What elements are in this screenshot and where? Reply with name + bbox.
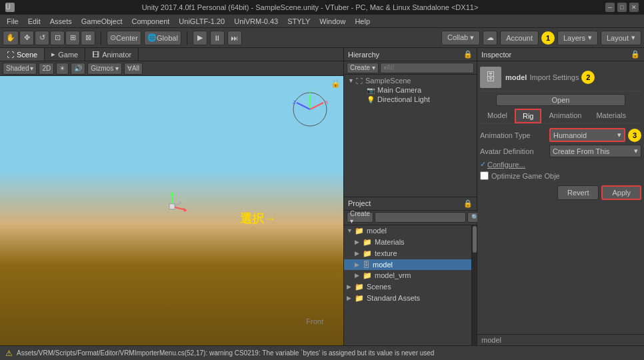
tab-model[interactable]: Model: [480, 109, 515, 123]
center-icon: ⊙: [110, 33, 116, 42]
project-create-btn[interactable]: Create ▾: [347, 212, 373, 223]
annotation-1: 1: [541, 31, 555, 45]
all-btn[interactable]: ∀All: [124, 63, 143, 75]
menu-window[interactable]: Window: [315, 16, 349, 27]
project-search-input[interactable]: [375, 212, 466, 223]
tab-animator[interactable]: 🎞 Animator: [85, 48, 139, 61]
tab-animation[interactable]: Animation: [541, 109, 589, 123]
optimize-checkbox[interactable]: [480, 171, 489, 180]
shaded-arrow: ▾: [30, 65, 33, 72]
menu-styly[interactable]: STYLY: [283, 16, 314, 27]
hierarchy-content: ▼ ⛶ SampleScene 📷 Main Camera 💡 Directio…: [344, 75, 477, 197]
2d-label: 2D: [42, 65, 51, 72]
list-item[interactable]: ▶ 📁 Scenes: [344, 281, 471, 293]
inspector-title: Inspector: [481, 51, 511, 59]
2d-btn[interactable]: 2D: [39, 63, 54, 75]
play-btn[interactable]: ▶: [193, 31, 207, 45]
layers-label: Layers: [563, 34, 585, 42]
account-btn[interactable]: Account: [500, 31, 539, 45]
expand-arrow: ▼: [348, 77, 353, 84]
center-label: Center: [116, 34, 138, 42]
avatar-def-value: Create From This: [553, 147, 609, 155]
middle-panel: Hierarchy 🔒 Create ▾ ▼ ⛶ SampleScene 📷: [344, 48, 477, 345]
tab-game[interactable]: ▸ Game: [45, 48, 85, 61]
rect-tool[interactable]: ⊞: [65, 31, 80, 45]
lighting-btn[interactable]: ☀: [56, 63, 69, 75]
list-item[interactable]: ▶ 📁 Materials: [344, 237, 471, 248]
item-name: model_vrm: [375, 271, 411, 279]
center-pivot-btn[interactable]: ⊙ Center: [107, 31, 141, 45]
pause-btn[interactable]: ⏸: [210, 31, 225, 45]
close-btn[interactable]: ✕: [629, 3, 639, 12]
tab-materials[interactable]: Materials: [589, 109, 633, 123]
animation-type-value: Humanoid: [553, 131, 587, 139]
global-icon: 🌐: [147, 33, 157, 42]
selected-model-item[interactable]: ▶ 🗄 model: [344, 259, 471, 270]
hierarchy-search-input[interactable]: [380, 63, 474, 73]
shaded-dropdown[interactable]: Shaded ▾: [3, 63, 37, 75]
item-name: Scenes: [367, 283, 391, 291]
global-label: Global: [157, 34, 178, 42]
scene-icon: ⛶: [7, 51, 14, 59]
cloud-btn[interactable]: ☁: [483, 31, 497, 45]
rotate-tool[interactable]: ↺: [35, 31, 49, 45]
expand-arrow: ▼: [347, 227, 352, 234]
maximize-btn[interactable]: □: [617, 3, 627, 12]
viewport[interactable]: X Y Z Front 🔒: [0, 76, 343, 345]
transform-tool[interactable]: ⊠: [81, 31, 95, 45]
layout-btn[interactable]: Layout ▾: [601, 31, 641, 45]
menu-help[interactable]: Help: [351, 16, 374, 27]
main-area: ⛶ Scene ▸ Game 🎞 Animator Shaded ▾ 2D ☀ …: [0, 48, 644, 345]
list-item[interactable]: ▶ 📁 model_vrm: [344, 270, 471, 281]
model-asset-icon: 🗄: [480, 67, 501, 88]
list-item[interactable]: ▶ 📁 texture: [344, 248, 471, 259]
no-arrow: ▶: [347, 283, 352, 290]
step-btn[interactable]: ⏭: [227, 31, 242, 45]
camera-icon: 📷: [367, 87, 375, 94]
no-arrow: ▶: [355, 261, 360, 268]
transform-tools: ✋ ✥ ↺ ⊡ ⊞ ⊠: [3, 31, 95, 45]
scale-tool[interactable]: ⊡: [50, 31, 65, 45]
svg-marker-1: [170, 191, 174, 195]
scene-label: Scene: [17, 51, 37, 59]
apply-btn[interactable]: Apply: [601, 185, 641, 200]
global-local-btn[interactable]: 🌐 Global: [144, 31, 181, 45]
menu-component[interactable]: Component: [127, 16, 173, 27]
menu-gameobject[interactable]: GameObject: [77, 16, 127, 27]
minimize-btn[interactable]: ─: [605, 3, 615, 12]
separator-1: [101, 31, 101, 45]
menu-assets[interactable]: Assets: [46, 16, 76, 27]
avatar-def-dropdown[interactable]: Create From This ▾: [549, 145, 641, 157]
check-icon: ✓: [480, 160, 486, 169]
tab-scene[interactable]: ⛶ Scene: [0, 48, 45, 61]
animation-type-row: Animation Type Humanoid ▾ 3: [480, 128, 641, 142]
title-bar: U Unity 2017.4.0f1 Personal (64bit) - Sa…: [0, 0, 644, 15]
menu-univrm[interactable]: UniVRM-0.43: [230, 16, 282, 27]
project-header: Project 🔒: [344, 197, 477, 211]
collab-btn[interactable]: Collab ▾: [441, 31, 480, 45]
gizmos-label: Gizmos ▾: [91, 65, 119, 72]
move-tool[interactable]: ✥: [19, 31, 34, 45]
animation-type-dropdown[interactable]: Humanoid ▾: [549, 128, 625, 142]
warning-icon: ⚠: [5, 349, 13, 358]
configure-label[interactable]: Configure...: [487, 161, 525, 169]
list-item[interactable]: ▼ 📁 model: [344, 225, 471, 237]
dropdown-arrow: ▾: [634, 147, 638, 155]
menu-edit[interactable]: Edit: [24, 16, 45, 27]
tab-rig[interactable]: Rig: [515, 109, 542, 123]
list-item[interactable]: ▶ 📁 Standard Assets: [344, 293, 471, 304]
menu-unigltf[interactable]: UniGLTF-1.20: [175, 16, 229, 27]
project-scrollbar[interactable]: [471, 225, 477, 346]
shaded-label: Shaded: [6, 65, 29, 72]
open-btn[interactable]: Open: [496, 94, 625, 106]
gizmos-btn[interactable]: Gizmos ▾: [87, 63, 122, 75]
layers-btn[interactable]: Layers ▾: [557, 31, 598, 45]
hand-tool[interactable]: ✋: [3, 31, 19, 45]
optimize-label: Optimize Game Obje: [491, 172, 560, 180]
menu-file[interactable]: File: [3, 16, 23, 27]
revert-btn[interactable]: Revert: [557, 185, 599, 200]
hierarchy-create-btn[interactable]: Create ▾: [347, 63, 379, 73]
inspector-header: Inspector 🔒: [477, 48, 644, 61]
svg-line-8: [310, 103, 323, 109]
audio-btn[interactable]: 🔊: [71, 63, 85, 75]
